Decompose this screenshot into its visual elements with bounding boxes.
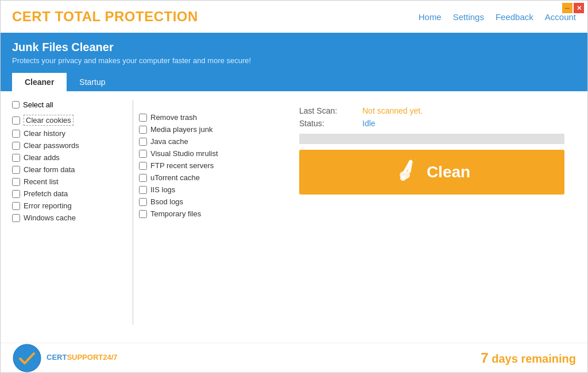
logo-icon — [12, 343, 42, 373]
checkbox-row: Clear adds — [12, 153, 127, 162]
clean-button-label: Clean — [427, 163, 470, 181]
label-recent-list[interactable]: Recent list — [24, 177, 59, 186]
banner-subtitle: Protects your privacy and makes your com… — [12, 56, 576, 65]
checkbox-ftp-recent-servers[interactable] — [139, 162, 147, 170]
brush-icon — [393, 158, 419, 187]
label-error-reporting[interactable]: Error reporting — [24, 201, 72, 210]
checkbox-row: Clear history — [12, 129, 127, 138]
checkbox-col2: Remove trash Media players junk Java cac… — [139, 100, 254, 325]
scan-info: Last Scan: Not scanned yet. Status: Idle — [299, 106, 564, 128]
checkbox-row: Remove trash — [139, 113, 254, 122]
checkbox-windows-cache[interactable] — [12, 214, 20, 222]
nav-feedback[interactable]: Feedback — [496, 12, 533, 22]
checkbox-remove-trash[interactable] — [139, 114, 147, 122]
progress-bar-container — [299, 134, 564, 144]
svg-point-2 — [400, 176, 406, 181]
select-all-row: Select all — [12, 100, 127, 109]
checkbox-row: IIS logs — [139, 185, 254, 194]
close-button[interactable]: ✕ — [574, 3, 584, 13]
checkbox-java-cache[interactable] — [139, 138, 147, 146]
checkbox-row: uTorrent cache — [139, 173, 254, 182]
nav-links: Home Settings Feedback Account — [419, 12, 576, 22]
checkbox-row: Windows cache — [12, 213, 127, 222]
label-ftp-recent-servers[interactable]: FTP recent servers — [150, 161, 214, 170]
checkbox-recent-list[interactable] — [12, 178, 20, 186]
header: CERT TOTAL PROTECTION Home Settings Feed… — [1, 1, 587, 33]
checkbox-row: Media players junk — [139, 125, 254, 134]
column-divider — [133, 100, 133, 325]
app-title: CERT TOTAL PROTECTION — [12, 9, 198, 25]
days-text: days remaining — [489, 352, 576, 365]
label-clear-form-data[interactable]: Clear form data — [24, 165, 75, 174]
checkbox-row: Java cache — [139, 137, 254, 146]
label-clear-history[interactable]: Clear history — [24, 129, 65, 138]
last-scan-value: Not scanned yet. — [362, 106, 423, 115]
checkbox-clear-cookies[interactable] — [12, 116, 20, 125]
status-value: Idle — [362, 119, 376, 128]
checkbox-error-reporting[interactable] — [12, 202, 20, 210]
checkbox-media-players-junk[interactable] — [139, 126, 147, 134]
checkbox-row: Error reporting — [12, 201, 127, 210]
checkbox-row: Bsod logs — [139, 197, 254, 206]
checkbox-clear-history[interactable] — [12, 130, 20, 138]
checkbox-row: Clear cookies — [12, 115, 127, 126]
label-bsod-logs[interactable]: Bsod logs — [150, 197, 183, 206]
label-remove-trash[interactable]: Remove trash — [150, 113, 197, 122]
checkbox-row: Clear form data — [12, 165, 127, 174]
nav-home[interactable]: Home — [419, 12, 442, 22]
tabs: Cleaner Startup — [12, 73, 576, 91]
checkbox-clear-adds[interactable] — [12, 154, 20, 162]
logo-support: SUPPORT24/7 — [67, 353, 117, 362]
label-utorrent-cache[interactable]: uTorrent cache — [150, 173, 200, 182]
last-scan-row: Last Scan: Not scanned yet. — [299, 106, 564, 115]
right-panel: Last Scan: Not scanned yet. Status: Idle — [288, 100, 576, 325]
tab-cleaner[interactable]: Cleaner — [12, 73, 67, 91]
label-iis-logs[interactable]: IIS logs — [150, 185, 175, 194]
checkbox-clear-passwords[interactable] — [12, 142, 20, 150]
minimize-button[interactable]: ─ — [562, 3, 572, 13]
select-all-label[interactable]: Select all — [23, 100, 53, 109]
svg-point-4 — [13, 344, 41, 372]
checkbox-iis-logs[interactable] — [139, 186, 147, 194]
banner-title: Junk Files Cleaner — [12, 41, 576, 54]
checkbox-prefetch-data[interactable] — [12, 190, 20, 198]
label-windows-cache[interactable]: Windows cache — [24, 213, 76, 222]
checkbox-clear-form-data[interactable] — [12, 166, 20, 174]
titlebar: ─ ✕ — [559, 1, 587, 15]
days-remaining: 7 days remaining — [481, 350, 576, 366]
status-row: Status: Idle — [299, 119, 564, 128]
checkbox-col1: Select all Clear cookies Clear history C… — [12, 100, 127, 325]
checkbox-row: Recent list — [12, 177, 127, 186]
label-clear-passwords[interactable]: Clear passwords — [24, 141, 79, 150]
label-temporary-files[interactable]: Temporary files — [150, 209, 201, 218]
logo-area: CERTSUPPORT24/7 — [12, 343, 118, 373]
left-panel: Select all Clear cookies Clear history C… — [12, 100, 288, 325]
footer: CERTSUPPORT24/7 7 days remaining — [1, 343, 587, 372]
logo-text: CERTSUPPORT24/7 — [47, 353, 118, 363]
checkbox-row: Visual Studio mrulist — [139, 149, 254, 158]
banner: Junk Files Cleaner Protects your privacy… — [1, 33, 587, 91]
label-visual-studio-mrulist[interactable]: Visual Studio mrulist — [150, 149, 218, 158]
nav-settings[interactable]: Settings — [453, 12, 484, 22]
checkbox-temporary-files[interactable] — [139, 210, 147, 218]
days-number: 7 — [481, 350, 488, 366]
label-java-cache[interactable]: Java cache — [150, 137, 188, 146]
label-clear-cookies[interactable]: Clear cookies — [24, 115, 74, 126]
tab-startup[interactable]: Startup — [67, 73, 118, 91]
checkbox-visual-studio-mrulist[interactable] — [139, 150, 147, 158]
select-all-checkbox[interactable] — [12, 101, 20, 108]
checkbox-row: FTP recent servers — [139, 161, 254, 170]
checkbox-row: Temporary files — [139, 209, 254, 218]
logo-cert: CERT — [47, 353, 67, 362]
checkbox-bsod-logs[interactable] — [139, 198, 147, 206]
status-label: Status: — [299, 119, 351, 128]
label-clear-adds[interactable]: Clear adds — [24, 153, 60, 162]
label-media-players-junk[interactable]: Media players junk — [150, 125, 212, 134]
main-content: Select all Clear cookies Clear history C… — [1, 91, 587, 334]
clean-button[interactable]: Clean — [299, 150, 564, 195]
checkbox-utorrent-cache[interactable] — [139, 174, 147, 182]
last-scan-label: Last Scan: — [299, 106, 351, 115]
checkbox-row: Prefetch data — [12, 189, 127, 198]
checkbox-row: Clear passwords — [12, 141, 127, 150]
label-prefetch-data[interactable]: Prefetch data — [24, 189, 68, 198]
